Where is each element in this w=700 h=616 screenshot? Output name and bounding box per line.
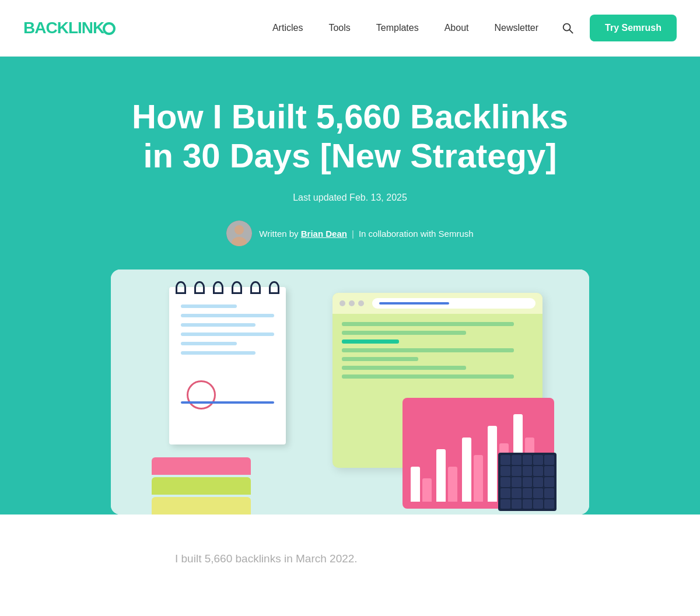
nav-link-tools[interactable]: Tools: [316, 17, 363, 39]
grid-cell: [544, 455, 554, 465]
hero-section: How I Built 5,660 Backlinks in 30 Days […: [0, 57, 700, 514]
nav-link-templates[interactable]: Templates: [363, 17, 432, 39]
bar-2: [422, 478, 432, 502]
search-icon: [561, 22, 574, 34]
grid-cell: [523, 488, 533, 498]
grid-cell: [512, 477, 522, 487]
bar-group-3: [462, 438, 483, 502]
author-text: Written by Brian Dean|In collaboration w…: [259, 229, 473, 239]
grid-cell: [501, 466, 510, 476]
intro-paragraph: I built 5,660 backlinks in March 2022.: [175, 550, 525, 568]
grid-cell: [501, 455, 510, 465]
svg-point-0: [564, 24, 570, 31]
nav-link-about[interactable]: About: [432, 17, 482, 39]
grid-cell: [512, 455, 522, 465]
bar-5: [462, 438, 471, 502]
spiral: [176, 281, 279, 294]
bc-line-3: [342, 340, 399, 344]
try-semrush-button[interactable]: Try Semrush: [590, 15, 677, 41]
grid-cell: [544, 488, 554, 498]
bar-group-2: [436, 449, 457, 502]
written-by-label: Written by: [259, 229, 300, 239]
grid-cell: [523, 466, 533, 476]
nav-item-about[interactable]: About: [432, 17, 482, 39]
dot-2: [349, 300, 355, 306]
hero-title: How I Built 5,660 Backlinks in 30 Days […: [128, 97, 572, 175]
dot-3: [358, 300, 364, 306]
hero-image: [111, 270, 589, 514]
grid-cell: [523, 455, 533, 465]
bc-line-5: [342, 357, 418, 361]
grid-cell: [523, 499, 533, 509]
bc-line-4: [342, 348, 514, 352]
nav-item-templates[interactable]: Templates: [363, 17, 432, 39]
nav-link-articles[interactable]: Articles: [260, 17, 316, 39]
browser-url-bar: [372, 298, 536, 309]
bar-4: [448, 467, 457, 502]
grid-cell: [512, 499, 522, 509]
grid-cell: [544, 499, 554, 509]
bc-line-1: [342, 322, 514, 326]
grid-cell: [501, 499, 510, 509]
bar-7: [488, 426, 497, 502]
grid-cell: [544, 477, 554, 487]
grid-cell: [533, 455, 543, 465]
bc-line-6: [342, 366, 466, 370]
nav-menu: Articles Tools Templates About Newslette…: [260, 17, 551, 39]
nav-item-newsletter[interactable]: Newsletter: [481, 17, 551, 39]
author-info: Written by Brian Dean|In collaboration w…: [226, 220, 473, 246]
notebook-illustration: [169, 287, 286, 444]
grid-cell: [501, 488, 510, 498]
grid-cell: [533, 466, 543, 476]
dot-1: [340, 300, 345, 306]
grid-cell: [533, 499, 543, 509]
bc-line-2: [342, 331, 466, 335]
folder-stack: [152, 457, 251, 514]
notebook-underline: [181, 401, 274, 404]
bc-line-7: [342, 374, 514, 379]
folder-yellow: [152, 497, 251, 514]
separator: |: [352, 229, 354, 239]
navigation: BACKLINK Articles Tools Templates About …: [0, 0, 700, 57]
logo[interactable]: BACKLINK: [23, 19, 116, 37]
nav-item-tools[interactable]: Tools: [316, 17, 363, 39]
folder-pink: [152, 457, 251, 475]
svg-line-1: [569, 30, 573, 33]
browser-bar: [332, 293, 542, 314]
browser-content: [332, 314, 542, 387]
illustration: [111, 270, 589, 514]
grid-cell: [533, 477, 543, 487]
grid-cell: [544, 466, 554, 476]
grid-cell: [523, 477, 533, 487]
avatar-image: [226, 220, 252, 246]
notebook-circle: [187, 380, 216, 410]
avatar: [226, 220, 252, 246]
folder-green: [152, 477, 251, 495]
notebook-lines: [169, 287, 286, 363]
bar-group-1: [411, 467, 432, 502]
nav-item-articles[interactable]: Articles: [260, 17, 316, 39]
author-link[interactable]: Brian Dean: [301, 229, 347, 239]
content-section: I built 5,660 backlinks in March 2022.: [0, 514, 700, 603]
svg-point-3: [235, 225, 244, 235]
grid-cell: [501, 477, 510, 487]
grid-cell: [533, 488, 543, 498]
collab-text: In collaboration with Semrush: [359, 229, 474, 239]
grid-cell: [512, 488, 522, 498]
search-button[interactable]: [557, 18, 578, 38]
logo-text: BACKLINK: [23, 19, 116, 37]
dark-grid: [498, 453, 556, 511]
bar-1: [411, 467, 420, 502]
hero-date: Last updated Feb. 13, 2025: [293, 192, 407, 203]
nav-link-newsletter[interactable]: Newsletter: [481, 17, 551, 39]
bar-3: [436, 449, 446, 502]
bar-6: [474, 455, 483, 502]
grid-cell: [512, 466, 522, 476]
